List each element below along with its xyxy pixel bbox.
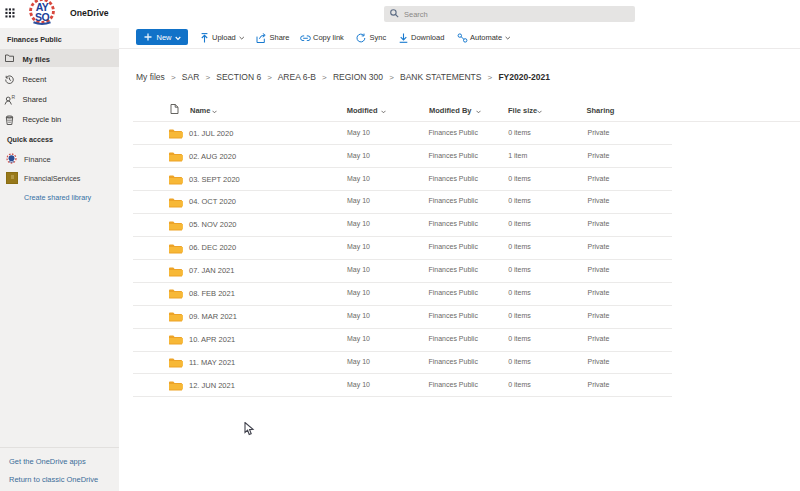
svg-text:R: R <box>11 94 15 100</box>
svg-text:SO: SO <box>35 10 50 22</box>
